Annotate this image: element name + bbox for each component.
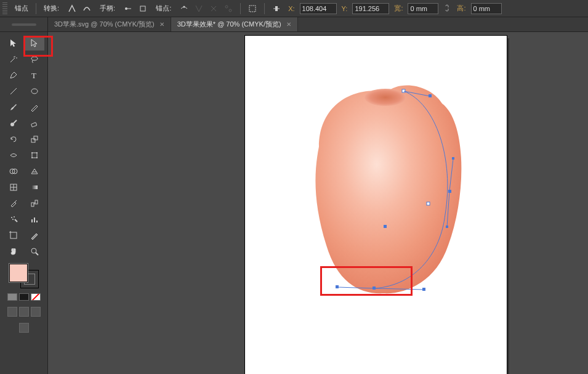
svg-rect-45	[427, 202, 430, 205]
svg-point-20	[31, 157, 33, 158]
blob-brush-tool[interactable]	[4, 116, 23, 131]
anchor2-label: 锚点:	[153, 4, 174, 13]
selection-tool[interactable]	[4, 36, 23, 51]
h-input[interactable]	[471, 3, 502, 14]
svg-rect-53	[429, 94, 432, 97]
svg-rect-14	[31, 123, 36, 127]
symbol-sprayer-tool[interactable]	[4, 212, 23, 227]
anchor-group	[177, 2, 235, 15]
w-label: 宽:	[393, 4, 404, 13]
pen-tool[interactable]	[4, 68, 23, 83]
svg-rect-35	[34, 217, 35, 222]
document-tabs: 3D苹果.svg @ 70% (CMYK/预览) ✕ 3D苹果效果* @ 70%…	[0, 17, 588, 32]
fill-stroke-swatches[interactable]	[9, 264, 39, 288]
tab-doc-1[interactable]: 3D苹果.svg @ 70% (CMYK/预览) ✕	[48, 17, 171, 31]
svg-point-32	[14, 216, 15, 217]
separator	[264, 3, 265, 14]
line-tool[interactable]	[4, 84, 23, 99]
isolate-icon[interactable]	[246, 2, 259, 15]
free-transform-tool[interactable]	[25, 148, 44, 163]
svg-rect-24	[10, 184, 17, 190]
canvas[interactable]	[48, 32, 588, 374]
color-mode-gradient[interactable]	[19, 293, 29, 301]
svg-point-18	[31, 152, 33, 153]
svg-rect-56	[452, 157, 454, 160]
color-mode-color[interactable]	[7, 293, 17, 301]
link-wh-icon[interactable]	[442, 4, 452, 14]
convert-group	[65, 2, 94, 15]
x-label: X:	[287, 5, 296, 12]
lasso-tool[interactable]	[25, 52, 44, 67]
scale-tool[interactable]	[25, 132, 44, 147]
svg-rect-16	[34, 136, 38, 140]
magic-wand-tool[interactable]	[4, 52, 23, 67]
svg-rect-57	[446, 226, 448, 228]
h-label: 高:	[456, 4, 467, 13]
svg-rect-28	[31, 203, 34, 206]
color-mode-none[interactable]	[31, 293, 41, 301]
svg-rect-51	[422, 288, 425, 291]
align-icon[interactable]	[270, 2, 283, 15]
y-input[interactable]	[352, 3, 389, 14]
perspective-tool[interactable]	[25, 164, 44, 179]
draw-inside[interactable]	[31, 307, 41, 317]
width-tool[interactable]	[4, 148, 23, 163]
svg-line-41	[36, 253, 38, 255]
slice-tool[interactable]	[25, 228, 44, 243]
artboard-tool[interactable]	[4, 228, 23, 243]
rotate-tool[interactable]	[4, 132, 23, 147]
type-tool[interactable]: T	[25, 68, 44, 83]
tool-grid: T	[2, 36, 45, 259]
eyedropper-tool[interactable]	[4, 196, 23, 211]
paintbrush-tool[interactable]	[4, 100, 23, 115]
tab-doc-2[interactable]: 3D苹果效果* @ 70% (CMYK/预览) ✕	[171, 17, 298, 31]
handle-show-icon[interactable]	[121, 2, 135, 15]
pencil-tool[interactable]	[25, 100, 44, 115]
svg-rect-17	[32, 153, 37, 158]
svg-rect-37	[10, 232, 17, 238]
mesh-tool[interactable]	[4, 180, 23, 195]
screen-mode[interactable]	[19, 323, 29, 333]
svg-rect-36	[36, 221, 38, 222]
ellipse-tool[interactable]	[25, 84, 44, 99]
anchor-connect-icon[interactable]	[222, 2, 235, 15]
hand-tool[interactable]	[4, 244, 23, 259]
color-mode-chips	[7, 293, 41, 301]
tab-label: 3D苹果效果* @ 70% (CMYK/预览)	[177, 20, 281, 29]
svg-point-3	[183, 6, 185, 7]
close-icon[interactable]: ✕	[286, 21, 291, 28]
close-icon[interactable]: ✕	[159, 21, 164, 28]
convert-corner-icon[interactable]	[65, 2, 79, 15]
svg-point-33	[12, 219, 14, 220]
handle-hide-icon[interactable]	[136, 2, 150, 15]
screen-mode-chips	[19, 323, 29, 333]
anchor-add-icon[interactable]	[192, 2, 206, 15]
svg-rect-34	[31, 219, 33, 222]
blend-tool[interactable]	[25, 196, 44, 211]
direct-selection-tool[interactable]	[25, 36, 44, 51]
zoom-tool[interactable]	[25, 244, 44, 259]
convert-smooth-icon[interactable]	[80, 2, 94, 15]
separator	[36, 3, 36, 14]
eraser-tool[interactable]	[25, 116, 44, 131]
x-input[interactable]	[300, 3, 337, 14]
anchor-remove-icon[interactable]	[177, 2, 191, 15]
anchor-cut-icon[interactable]	[207, 2, 220, 15]
draw-behind[interactable]	[19, 307, 29, 317]
draw-normal[interactable]	[7, 307, 17, 317]
w-input[interactable]	[408, 3, 438, 14]
svg-line-30	[34, 202, 35, 205]
svg-line-11	[10, 88, 17, 94]
shape-builder-tool[interactable]	[4, 164, 23, 179]
svg-point-0	[125, 7, 127, 10]
svg-text:T: T	[31, 71, 36, 80]
svg-point-40	[31, 248, 36, 253]
handle-label: 手柄:	[97, 4, 118, 13]
fill-swatch[interactable]	[9, 264, 28, 282]
gradient-tool[interactable]	[25, 180, 44, 195]
toolbox-header	[0, 17, 48, 31]
svg-point-23	[12, 169, 17, 174]
svg-rect-27	[31, 185, 38, 189]
column-graph-tool[interactable]	[25, 212, 44, 227]
svg-point-5	[229, 9, 232, 12]
